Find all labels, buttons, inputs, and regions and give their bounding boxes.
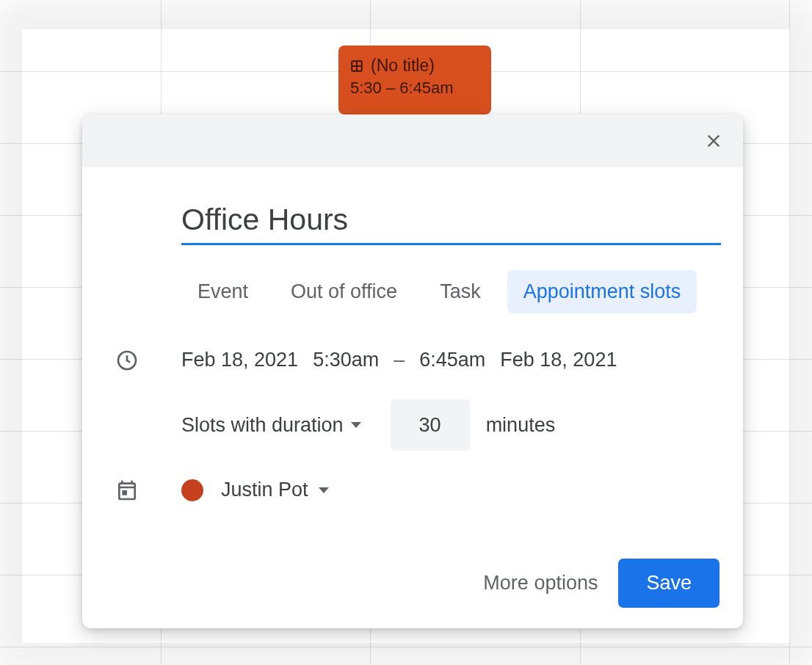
slots-label: Slots with duration bbox=[181, 414, 344, 437]
event-title: (No title) bbox=[371, 56, 435, 76]
event-time-range: 5:30 – 6:45am bbox=[350, 79, 482, 98]
clock-icon bbox=[115, 349, 139, 372]
event-create-dialog: Event Out of office Task Appointment slo… bbox=[82, 115, 743, 628]
calendar-color-dot bbox=[181, 479, 203, 501]
more-options-button[interactable]: More options bbox=[483, 572, 598, 595]
tab-event[interactable]: Event bbox=[181, 270, 264, 313]
svg-rect-4 bbox=[122, 490, 127, 495]
duration-input[interactable] bbox=[391, 399, 470, 451]
end-date[interactable]: Feb 18, 2021 bbox=[500, 349, 617, 371]
event-type-tabs: Event Out of office Task Appointment slo… bbox=[181, 270, 721, 313]
close-button[interactable] bbox=[700, 128, 727, 154]
tab-out-of-office[interactable]: Out of office bbox=[275, 270, 413, 313]
end-time[interactable]: 6:45am bbox=[419, 349, 485, 371]
calendar-owner-name: Justin Pot bbox=[221, 479, 308, 501]
chevron-down-icon bbox=[319, 487, 329, 493]
calendar-icon bbox=[115, 479, 139, 502]
close-icon bbox=[703, 131, 724, 151]
tab-task[interactable]: Task bbox=[424, 270, 497, 313]
start-date[interactable]: Feb 18, 2021 bbox=[181, 349, 298, 371]
save-button[interactable]: Save bbox=[618, 559, 719, 608]
duration-unit-label: minutes bbox=[486, 414, 556, 437]
appointment-slots-icon bbox=[350, 59, 363, 73]
calendar-event-block[interactable]: (No title) 5:30 – 6:45am bbox=[338, 46, 491, 115]
dialog-header bbox=[82, 115, 743, 167]
chevron-down-icon bbox=[351, 422, 361, 428]
slots-type-dropdown[interactable]: Slots with duration bbox=[181, 414, 361, 437]
time-separator: – bbox=[394, 349, 405, 371]
title-input[interactable] bbox=[181, 203, 721, 245]
calendar-owner-dropdown[interactable]: Justin Pot bbox=[221, 479, 329, 501]
tab-appointment-slots[interactable]: Appointment slots bbox=[507, 270, 697, 313]
start-time[interactable]: 5:30am bbox=[313, 349, 379, 371]
